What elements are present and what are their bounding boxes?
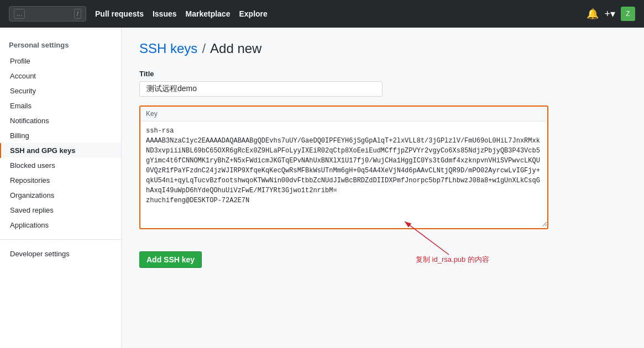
- title-field-group: Title: [139, 70, 601, 97]
- breadcrumb-separator: /: [202, 41, 206, 56]
- topnav: ... / Pull requests Issues Marketplace E…: [0, 0, 644, 28]
- search-placeholder: ...: [14, 9, 25, 19]
- sidebar-item-saved-replies[interactable]: Saved replies: [0, 203, 121, 218]
- page-layout: Personal settings Profile Account Securi…: [0, 28, 644, 348]
- sidebar-item-account[interactable]: Account: [0, 68, 121, 83]
- sidebar-item-notifications[interactable]: Notifications: [0, 113, 121, 128]
- page-header: SSH keys / Add new: [139, 41, 601, 56]
- add-ssh-key-button[interactable]: Add SSH key: [139, 251, 202, 268]
- annotation-arrow: [394, 216, 493, 260]
- key-field-container: Key: [139, 106, 548, 229]
- nav-marketplace[interactable]: Marketplace: [186, 9, 231, 18]
- topnav-icons: 🔔 +▾ Z: [587, 7, 635, 21]
- topnav-links: Pull requests Issues Marketplace Explore: [95, 9, 578, 18]
- key-field-header: Key: [140, 107, 547, 122]
- plus-icon[interactable]: +▾: [604, 8, 615, 20]
- sidebar-item-emails[interactable]: Emails: [0, 98, 121, 113]
- bell-icon[interactable]: 🔔: [587, 8, 599, 20]
- avatar[interactable]: Z: [621, 7, 635, 21]
- sidebar-item-organizations[interactable]: Organizations: [0, 188, 121, 203]
- search-box[interactable]: ... /: [9, 6, 86, 22]
- sidebar-title: Personal settings: [0, 36, 121, 54]
- key-textarea[interactable]: [140, 122, 547, 226]
- sidebar-item-developer-settings[interactable]: Developer settings: [0, 246, 121, 261]
- svg-line-1: [405, 222, 449, 255]
- slash-key: /: [74, 9, 81, 19]
- sidebar-item-blocked-users[interactable]: Blocked users: [0, 158, 121, 173]
- sidebar-item-profile[interactable]: Profile: [0, 54, 121, 68]
- sidebar-item-ssh-gpg-keys[interactable]: SSH and GPG keys: [0, 143, 121, 158]
- main-content: SSH keys / Add new Title Key: [122, 28, 619, 348]
- nav-explore[interactable]: Explore: [239, 9, 267, 18]
- sidebar-divider: [0, 239, 121, 240]
- title-input[interactable]: [139, 81, 383, 97]
- key-field-group: Key: [139, 106, 601, 229]
- sidebar-item-billing[interactable]: Billing: [0, 128, 121, 143]
- sidebar-item-repositories[interactable]: Repositories: [0, 173, 121, 188]
- sidebar: Personal settings Profile Account Securi…: [0, 28, 122, 348]
- sidebar-item-applications[interactable]: Applications: [0, 218, 121, 233]
- nav-issues[interactable]: Issues: [153, 9, 177, 18]
- annotation-text: 复制 id_rsa.pub 的内容: [416, 255, 489, 265]
- sidebar-item-security[interactable]: Security: [0, 83, 121, 98]
- nav-pull-requests[interactable]: Pull requests: [95, 9, 144, 18]
- title-label: Title: [139, 70, 601, 78]
- page-title: Add new: [210, 41, 261, 56]
- breadcrumb-ssh-keys[interactable]: SSH keys: [139, 41, 197, 56]
